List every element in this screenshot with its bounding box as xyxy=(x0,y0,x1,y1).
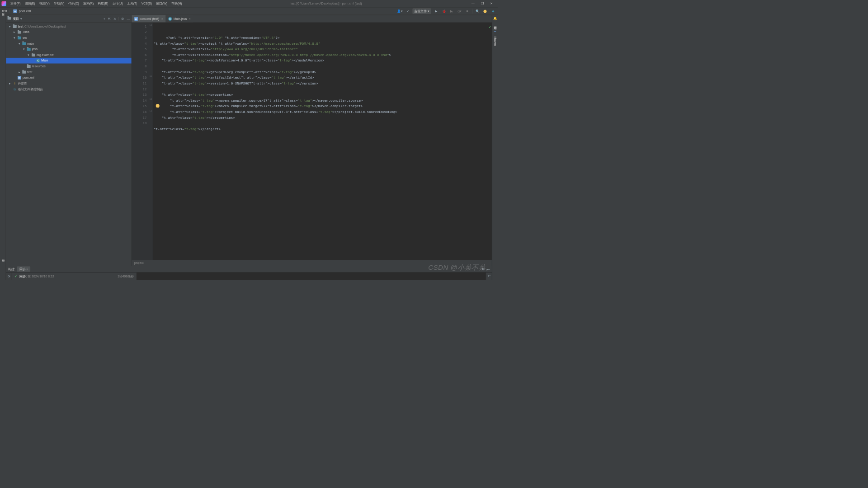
maven-icon: m xyxy=(17,75,21,80)
tree-label: org.example xyxy=(37,53,54,57)
analysis-ok-icon[interactable]: ✔ xyxy=(489,24,491,30)
fold-toggle-icon[interactable]: ⊟ xyxy=(150,109,152,112)
settings-icon[interactable]: ⚙ xyxy=(121,17,124,20)
tree-row[interactable]: ▸.idea xyxy=(6,29,132,35)
menu-item[interactable]: 帮助(H) xyxy=(170,1,184,6)
tree-row[interactable]: ▾main xyxy=(6,41,132,47)
source-folder-icon xyxy=(17,36,21,40)
menu-item[interactable]: 构建(B) xyxy=(96,1,110,6)
tree-row[interactable]: resources xyxy=(6,64,132,70)
line-number-gutter: 123456789101112131415161718 xyxy=(132,23,149,260)
maven-tool-tab-icon[interactable]: m xyxy=(494,29,496,33)
build-output[interactable] xyxy=(137,272,486,280)
minimize-button[interactable]: — xyxy=(468,2,478,5)
fold-gutter[interactable]: ⊟⊟⊟⊟ xyxy=(149,23,153,260)
project-tree[interactable]: ▾test C:\Users\Lenovo\Desktop\test▸.idea… xyxy=(6,23,132,266)
maximize-button[interactable]: ❐ xyxy=(477,2,487,5)
breadcrumb[interactable]: test 〉 m pom.xml xyxy=(2,9,31,14)
tree-row[interactable]: ▾org.example xyxy=(6,52,132,58)
soft-wrap-icon[interactable]: ↩ xyxy=(488,274,491,278)
expand-all-icon[interactable]: ⇱ xyxy=(108,17,111,20)
breadcrumb-root[interactable]: test xyxy=(2,9,7,13)
chevron-icon[interactable]: ▾ xyxy=(13,36,16,40)
ide-update-icon[interactable]: ⬤ xyxy=(482,8,488,14)
user-icon[interactable]: 👤▾ xyxy=(397,8,403,14)
rerun-icon[interactable]: ⟳ xyxy=(8,275,10,278)
chevron-icon[interactable]: ▾ xyxy=(8,24,12,28)
menu-item[interactable]: 编辑(E) xyxy=(23,1,37,6)
search-everywhere-button[interactable]: 🔍 xyxy=(475,8,481,14)
chevron-icon[interactable]: ▾ xyxy=(17,42,21,45)
menu-item[interactable]: 代码(C) xyxy=(66,1,81,6)
gear-icon[interactable]: ⚙ xyxy=(482,267,485,271)
menu-item[interactable]: 窗口(W) xyxy=(154,1,170,6)
editor-tab[interactable]: mpom.xml (test)× xyxy=(132,15,165,22)
build-task-tree[interactable]: ✔ 同步: 在 2024/10/10 8:32 1秒498毫秒 xyxy=(12,272,137,280)
build-tab-sync[interactable]: 同步 × xyxy=(17,266,30,272)
fold-toggle-icon[interactable]: ⊟ xyxy=(150,98,152,100)
build-tool-window: ⟳ 📌 ⌖ ✔ 同步: 在 2024/10/10 8:32 1秒498毫秒 ↩ … xyxy=(6,272,492,280)
tree-row[interactable]: CMain xyxy=(6,58,132,64)
notifications-icon[interactable]: 🔔 xyxy=(493,17,497,20)
chevron-icon[interactable]: ▾ xyxy=(22,47,26,51)
close-icon[interactable]: × xyxy=(189,17,191,21)
breadcrumb-file[interactable]: pom.xml xyxy=(19,9,31,13)
code-editor[interactable]: ✔ <?xml "t-attr">version="1.0" "t-attr">… xyxy=(153,23,492,260)
build-title: 构建: xyxy=(8,267,15,271)
right-tool-stripe: 🔔 数据库 m Maven xyxy=(492,15,498,266)
tree-row[interactable]: ▸⫴外部库 xyxy=(6,80,132,86)
chevron-icon[interactable]: ▸ xyxy=(13,30,16,34)
close-icon[interactable]: × xyxy=(161,17,163,21)
database-tool-tab[interactable]: 数据库 xyxy=(492,22,498,25)
chevron-icon[interactable]: ▸ xyxy=(8,82,12,85)
editor-breadcrumb-bar[interactable]: project xyxy=(132,260,492,266)
fold-toggle-icon[interactable]: ⊟ xyxy=(150,23,152,26)
menu-item[interactable]: 导航(N) xyxy=(52,1,66,6)
tree-row[interactable]: ▸test xyxy=(6,69,132,75)
tree-row[interactable]: ▾test C:\Users\Lenovo\Desktop\test xyxy=(6,23,132,29)
build-button[interactable]: ↙ xyxy=(405,8,410,14)
stop-button[interactable]: ■ xyxy=(464,8,470,14)
code-with-me-icon[interactable]: ◆ xyxy=(490,8,496,14)
build-tool-header: 构建: 同步 × ⚙ — xyxy=(6,266,492,272)
debug-button[interactable]: 🐞 xyxy=(441,8,447,14)
folder-icon xyxy=(22,70,26,74)
hide-icon[interactable]: — xyxy=(127,17,130,20)
maven-tool-tab[interactable]: Maven xyxy=(493,35,497,47)
run-config-selector[interactable]: 当前文件▾ xyxy=(412,8,431,14)
collapse-all-icon[interactable]: ⇲ xyxy=(113,17,116,20)
tree-row[interactable]: ⧉临时文件和控制台 xyxy=(6,86,132,92)
close-icon[interactable]: × xyxy=(26,267,28,271)
close-button[interactable]: ✕ xyxy=(487,2,496,5)
fold-toggle-icon[interactable]: ⊟ xyxy=(150,75,152,78)
project-pane-title[interactable]: 项目 xyxy=(13,16,19,21)
tree-label: test xyxy=(27,70,32,74)
success-icon: ✔ xyxy=(14,274,17,278)
hide-icon[interactable]: — xyxy=(486,267,490,271)
target-icon[interactable]: ⌖ xyxy=(104,17,105,20)
menu-item[interactable]: 运行(U) xyxy=(110,1,125,6)
tree-row[interactable]: ▾src xyxy=(6,35,132,41)
menu-item[interactable]: 工具(T) xyxy=(125,1,139,6)
menu-item[interactable]: 视图(V) xyxy=(37,1,52,6)
project-tool-window: 项目▾ ⌖ ⇱ ⇲ ⚙ — ▾test C:\Users\Lenovo\Desk… xyxy=(6,15,132,266)
tabs-more-icon[interactable]: ⋮ xyxy=(485,19,492,22)
profile-button[interactable]: ◷▾ xyxy=(457,8,462,14)
menu-item[interactable]: 重构(R) xyxy=(81,1,96,6)
structure-tool-tab[interactable]: 结构 xyxy=(0,263,5,266)
editor-tab[interactable]: CMain.java× xyxy=(165,15,193,22)
tree-row[interactable]: ▾java xyxy=(6,47,132,52)
run-button[interactable]: ▶ xyxy=(433,8,439,14)
coverage-button[interactable]: ▶̲ xyxy=(449,8,455,14)
tree-label: 外部库 xyxy=(18,81,28,86)
menu-item[interactable]: 文件(F) xyxy=(8,1,23,6)
tree-row[interactable]: mpom.xml xyxy=(6,75,132,81)
project-tool-tab[interactable]: 项目 xyxy=(0,17,5,20)
libraries-icon: ⫴ xyxy=(13,81,17,85)
menu-item[interactable]: VCS(S) xyxy=(139,1,154,6)
chevron-icon[interactable]: ▾ xyxy=(27,53,30,57)
chevron-icon[interactable]: ▸ xyxy=(17,70,21,74)
menu-bar: 文件(F)编辑(E)视图(V)导航(N)代码(C)重构(R)构建(B)运行(U)… xyxy=(0,0,498,8)
tree-label: main xyxy=(27,42,34,45)
build-duration: 1秒498毫秒 xyxy=(118,274,134,279)
